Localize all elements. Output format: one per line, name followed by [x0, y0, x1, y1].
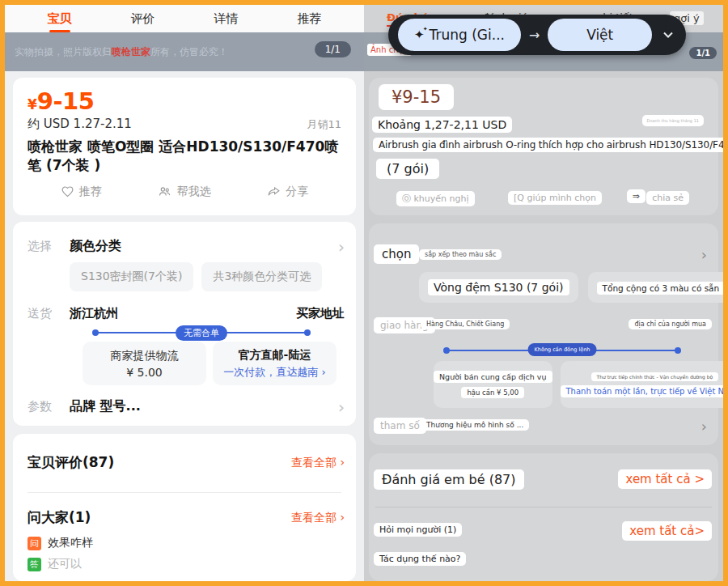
translate-toolbar: ✦ Trung (Gi... → Việt: [388, 15, 686, 55]
chevron-right-icon: ›: [338, 399, 345, 415]
route-dot-origin: [92, 329, 99, 336]
params-label: 参数: [28, 399, 70, 414]
translated-logistics-merchant-fee: hậu cần ¥ 5,00: [461, 387, 524, 398]
route-badge: 无需合单: [176, 325, 227, 341]
translated-qa-title: Hỏi mọi người (1): [374, 523, 462, 537]
translated-params-label: tham số: [374, 418, 426, 434]
logistics-option-merchant[interactable]: 商家提供物流 ¥ 5.00: [83, 342, 206, 385]
target-language-label: Việt: [586, 27, 613, 43]
sku-chip-selected[interactable]: S130密封圈(7个装): [70, 262, 193, 291]
tab-item-reviews[interactable]: 评价: [131, 11, 155, 27]
price-card: ¥9-15 约 USD 1.27-2.11 月销11 喷枪世家 喷笔O型圈 适合…: [13, 78, 356, 215]
logistics-merchant-title: 商家提供物流: [111, 349, 179, 363]
heart-icon: [61, 185, 74, 198]
translated-sku-chip-count-label: Tổng cộng có 3 màu có sẵn: [597, 282, 723, 295]
translated-logistics-options: Người bán cung cấp dịch vụ hậu cần ¥ 5,0…: [434, 361, 694, 408]
translated-route-badge: Không cần đồng lệnh: [528, 343, 597, 356]
translated-share-button[interactable]: chia sẻ: [646, 191, 689, 205]
banner-text-prefix: 实物拍摄，照片版权归: [15, 46, 112, 57]
chevron-down-icon[interactable]: [660, 27, 676, 43]
translated-select-label: chọn: [374, 244, 419, 264]
select-value: 颜色分类: [70, 238, 121, 255]
translated-sku-chip-count[interactable]: Tổng cộng có 3 màu có sẵn: [588, 272, 723, 303]
usd-price: 约 USD 1.27-2.11: [28, 117, 132, 132]
translated-select-value: sắp xếp theo màu sắc: [419, 249, 502, 260]
section-divider: [28, 492, 341, 493]
usd-row: 约 USD 1.27-2.11 月销11: [28, 117, 341, 132]
translated-question-text: Tác dụng thế nào?: [374, 552, 466, 566]
source-language-label: Trung (Gi...: [430, 27, 505, 43]
recommend-button[interactable]: 推荐: [61, 185, 102, 199]
share-icon: [267, 185, 281, 198]
logistics-options: 商家提供物流 ¥ 5.00 官方直邮-陆运 一次付款，直达越南 ›: [83, 342, 336, 385]
translated-monthly-sales: Doanh thu hàng tháng 11: [642, 115, 704, 126]
translated-qa-view-all-link[interactable]: xem tất cả>: [622, 521, 712, 541]
monthly-sales: 月销11: [307, 117, 341, 132]
share-button[interactable]: 分享: [267, 185, 308, 199]
translated-share-arrow[interactable]: ⇒: [627, 189, 645, 203]
route-dot-destination: [304, 329, 311, 336]
action-row: 推荐 帮我选 分享: [28, 185, 341, 199]
translated-price-card: ¥9-15 Khoảng 1,27-2,11 USD Doanh thu hàn…: [369, 78, 718, 215]
translated-logistics-merchant-title: Người bán cung cấp dịch vụ: [434, 371, 552, 383]
sku-chip-count[interactable]: 共3种颜色分类可选: [201, 262, 322, 291]
banner-watermark-text: 实物拍摄，照片版权归喷枪世家所有，仿冒必究！: [15, 45, 228, 59]
translated-pack-size: (7 gói): [376, 159, 439, 179]
translated-recommend-button[interactable]: ⓞ khuyến nghị: [396, 191, 475, 206]
reviews-header: 宝贝评价(87) 查看全部 ›: [28, 453, 345, 472]
people-icon: [158, 185, 171, 198]
question-badge: 问: [28, 537, 41, 550]
price-row: ¥9-15: [28, 87, 341, 115]
sku-shipping-card: 选择 颜色分类 › S130密封圈(7个装) 共3种颜色分类可选 送货 浙江杭州…: [13, 222, 356, 426]
qa-view-all-link[interactable]: 查看全部 ›: [291, 511, 345, 525]
translated-logistics-official-title: Thư trực tiếp chính thức - Vận chuyển đư…: [591, 372, 719, 381]
tab-item-recommend[interactable]: 推荐: [298, 11, 322, 27]
banner-brand-name: 喷枪世家: [112, 46, 150, 57]
section-divider: [375, 507, 712, 507]
translated-reviews-view-all-link[interactable]: xem tất cả >: [618, 469, 712, 489]
translated-ship-from: Hàng Châu, Chiết Giang: [421, 319, 510, 329]
reviews-view-all-link[interactable]: 查看全部 ›: [291, 456, 345, 470]
logistics-official-detail: 一次付款，直达越南 ›: [223, 365, 325, 380]
qa-answer-row: 答 还可以: [28, 557, 82, 571]
reviews-qa-card: 宝贝评价(87) 查看全部 › 问大家(1) 查看全部 › 问 效果咋样 答 还…: [13, 434, 356, 581]
shipping-row: 送货 浙江杭州 买家地址: [28, 306, 345, 321]
chevron-right-icon: ›: [701, 246, 707, 263]
translated-ship-to: địa chỉ của người mua: [629, 319, 712, 329]
select-row[interactable]: 选择 颜色分类 ›: [28, 238, 345, 255]
tab-item-details[interactable]: 详情: [214, 11, 239, 27]
route-dot-destination: [675, 347, 681, 354]
translated-logistics-official[interactable]: Thư trực tiếp chính thức - Vận chuyển đư…: [561, 361, 723, 408]
logistics-option-official[interactable]: 官方直邮-陆运 一次付款，直达越南 ›: [213, 342, 336, 385]
original-page-panel: 宝贝 评价 详情 推荐 实物拍摄，照片版权归喷枪世家所有，仿冒必究！ 1/1 ¥…: [5, 5, 364, 581]
target-language-button[interactable]: Việt: [548, 19, 652, 51]
translated-logistics-merchant[interactable]: Người bán cung cấp dịch vụ hậu cần ¥ 5,0…: [434, 361, 552, 408]
recommend-label: 推荐: [79, 185, 102, 199]
product-image-banner[interactable]: 实物拍摄，照片版权归喷枪世家所有，仿冒必究！ 1/1: [5, 32, 364, 71]
route-dot-origin: [443, 347, 450, 354]
ship-to: 买家地址: [296, 306, 345, 321]
chevron-right-icon: ›: [338, 239, 345, 255]
left-content: ¥9-15 约 USD 1.27-2.11 月销11 喷枪世家 喷笔O型圈 适合…: [5, 71, 364, 581]
shipping-label: 送货: [28, 306, 70, 321]
translated-sku-chip-selected-label: Vòng đệm S130 (7 gói): [428, 279, 569, 295]
answer-badge: 答: [28, 558, 41, 571]
share-label: 分享: [286, 185, 308, 199]
translated-usd-price: Khoảng 1,27-2,11 USD: [372, 117, 512, 133]
qa-question-row[interactable]: 问 效果咋样: [28, 536, 93, 550]
translated-page-panel: Đứa bé đánh giá chi tiết gợi ý Ảnh chụp …: [364, 5, 723, 581]
sku-chips: S130密封圈(7个装) 共3种颜色分类可选: [70, 262, 322, 291]
translated-sku-shipping-card: chọn sắp xếp theo màu sắc › Vòng đệm S13…: [369, 223, 718, 445]
screenshot-frame: 宝贝 评价 详情 推荐 实物拍摄，照片版权归喷枪世家所有，仿冒必究！ 1/1 ¥…: [0, 0, 728, 586]
source-language-button[interactable]: ✦ Trung (Gi...: [398, 19, 521, 51]
help-me-choose-button[interactable]: 帮我选: [158, 185, 210, 199]
price-value: 9-15: [37, 87, 95, 115]
tab-item-product[interactable]: 宝贝: [48, 11, 72, 27]
product-title: 喷枪世家 喷笔O型圈 适合HD130/S130/F470喷笔 (7个装 ): [28, 138, 341, 175]
help-me-choose-label: 帮我选: [176, 185, 210, 199]
translated-help-choose-button[interactable]: [Q giúp mình chọn: [508, 191, 602, 205]
right-content: ¥9-15 Khoảng 1,27-2,11 USD Doanh thu hàn…: [364, 71, 723, 581]
params-row[interactable]: 参数 品牌 型号... ›: [28, 398, 345, 415]
translated-sku-chip-selected[interactable]: Vòng đệm S130 (7 gói): [419, 272, 578, 303]
translated-logistics-official-detail: Thanh toán một lần, trực tiếp về Việt Na…: [561, 385, 723, 397]
